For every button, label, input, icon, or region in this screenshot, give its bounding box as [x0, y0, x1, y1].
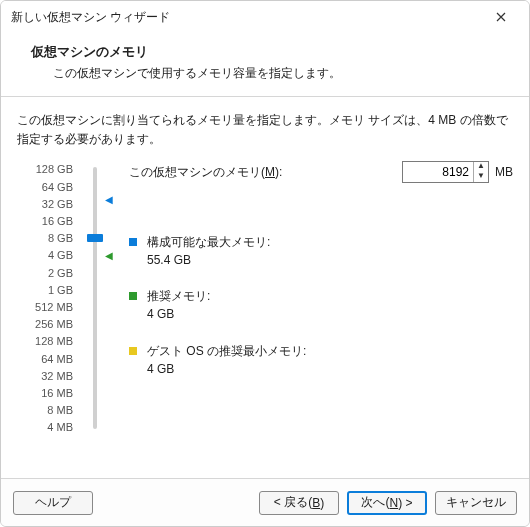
- memory-field-row: この仮想マシンのメモリ(M): ▲ ▼ MB: [129, 161, 513, 183]
- memory-unit: MB: [495, 165, 513, 179]
- scale-tick: 512 MB: [35, 301, 73, 313]
- back-button[interactable]: < 戻る(B): [259, 491, 339, 515]
- triangle-left-icon: ◀: [105, 250, 113, 261]
- wizard-footer: ヘルプ < 戻る(B) 次へ(N) > キャンセル: [1, 478, 529, 526]
- square-icon: [129, 347, 137, 355]
- scale-tick: 32 GB: [42, 198, 73, 210]
- memory-spinner[interactable]: ▲ ▼: [402, 161, 489, 183]
- scale-tick: 256 MB: [35, 318, 73, 330]
- scale-tick: 32 MB: [41, 370, 73, 382]
- memory-field-label: この仮想マシンのメモリ(M):: [129, 164, 402, 181]
- close-button[interactable]: [483, 3, 519, 31]
- next-button[interactable]: 次へ(N) >: [347, 491, 427, 515]
- legend-recommended: 推奨メモリ: 4 GB: [129, 288, 210, 321]
- spinner-buttons[interactable]: ▲ ▼: [473, 162, 488, 182]
- page-title: 仮想マシンのメモリ: [31, 43, 507, 61]
- scale-tick: 64 GB: [42, 181, 73, 193]
- square-icon: [129, 238, 137, 246]
- legend-min-title: ゲスト OS の推奨最小メモリ:: [147, 343, 306, 360]
- close-icon: [496, 12, 506, 22]
- memory-slider[interactable]: ◀ ◀: [79, 163, 113, 433]
- memory-info: この仮想マシンのメモリ(M): ▲ ▼ MB 構成可能な最大メモリ: 55.4 …: [113, 163, 513, 433]
- scale-tick: 1 GB: [48, 284, 73, 296]
- scale-tick: 2 GB: [48, 267, 73, 279]
- scale-tick: 128 MB: [35, 335, 73, 347]
- legend-rec-value: 4 GB: [147, 307, 210, 321]
- scale-tick: 128 GB: [36, 163, 73, 175]
- legend-max-title: 構成可能な最大メモリ:: [147, 234, 270, 251]
- square-icon: [129, 292, 137, 300]
- cancel-button[interactable]: キャンセル: [435, 491, 517, 515]
- wizard-header: 仮想マシンのメモリ この仮想マシンで使用するメモリ容量を指定します。: [1, 33, 529, 97]
- wizard-body: この仮想マシンに割り当てられるメモリ量を指定します。メモリ サイズは、4 MB …: [1, 97, 529, 443]
- scale-tick: 16 MB: [41, 387, 73, 399]
- legend-max-value: 55.4 GB: [147, 253, 270, 267]
- scale-tick: 16 GB: [42, 215, 73, 227]
- triangle-left-icon: ◀: [105, 193, 113, 204]
- legend-min-value: 4 GB: [147, 362, 306, 376]
- spinner-down-icon[interactable]: ▼: [474, 172, 488, 182]
- memory-input[interactable]: [403, 163, 473, 181]
- scale-tick: 8 GB: [48, 232, 73, 244]
- titlebar: 新しい仮想マシン ウィザード: [1, 1, 529, 33]
- scale-tick: 4 GB: [48, 249, 73, 261]
- legend-max: 構成可能な最大メモリ: 55.4 GB: [129, 234, 270, 267]
- memory-scale: 128 GB64 GB32 GB16 GB8 GB4 GB2 GB1 GB512…: [17, 163, 79, 433]
- scale-tick: 4 MB: [47, 421, 73, 433]
- legend-rec-title: 推奨メモリ:: [147, 288, 210, 305]
- slider-track: [93, 167, 97, 429]
- scale-tick: 8 MB: [47, 404, 73, 416]
- instruction-text: この仮想マシンに割り当てられるメモリ量を指定します。メモリ サイズは、4 MB …: [17, 111, 513, 149]
- scale-tick: 64 MB: [41, 353, 73, 365]
- help-button[interactable]: ヘルプ: [13, 491, 93, 515]
- page-subtitle: この仮想マシンで使用するメモリ容量を指定します。: [31, 65, 507, 82]
- memory-area: 128 GB64 GB32 GB16 GB8 GB4 GB2 GB1 GB512…: [17, 163, 513, 433]
- slider-thumb[interactable]: [87, 234, 103, 242]
- legend-guest-min: ゲスト OS の推奨最小メモリ: 4 GB: [129, 343, 306, 376]
- window-title: 新しい仮想マシン ウィザード: [11, 9, 483, 26]
